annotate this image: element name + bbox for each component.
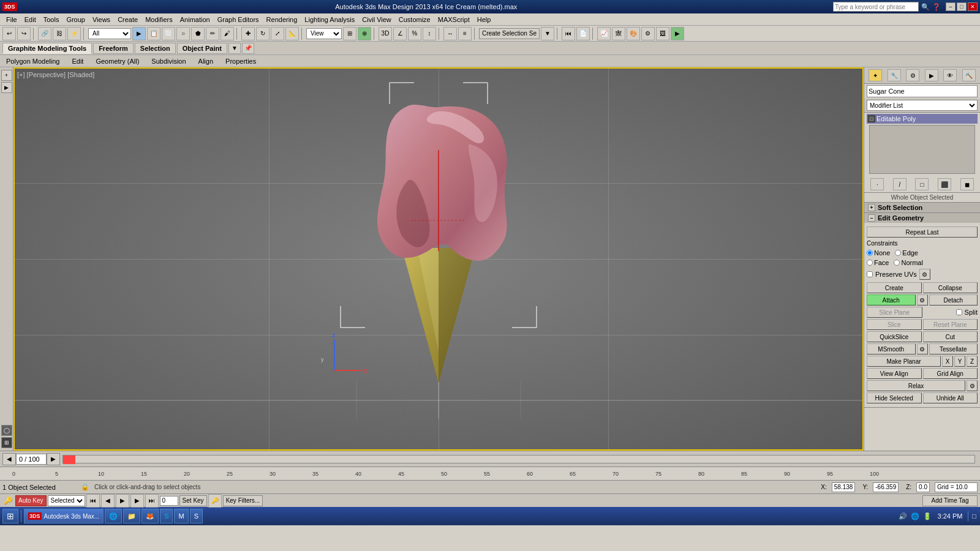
quickslice-button[interactable]: QuickSlice (867, 331, 922, 342)
relax-settings-button[interactable]: ⚙ (967, 380, 978, 391)
poly-mode-button[interactable]: ⬛ (938, 178, 951, 190)
create-geom-button[interactable]: ▶ (1, 82, 12, 93)
taskbar-explorer-button[interactable]: 📁 (123, 509, 140, 523)
select-rotate-button[interactable]: ↻ (256, 27, 270, 40)
attach-button[interactable]: Attach (867, 294, 916, 305)
tab-freeform[interactable]: Freeform (93, 43, 134, 54)
setkey-button[interactable]: Set Key (179, 495, 207, 506)
taskbar-firefox-button[interactable]: 🦊 (141, 509, 159, 523)
make-planar-z-button[interactable]: Z (967, 356, 978, 367)
menu-rendering[interactable]: Rendering (263, 15, 301, 24)
msmooth-settings-button[interactable]: ⚙ (917, 343, 928, 354)
tray-icon-volume[interactable]: 🌐 (910, 511, 920, 521)
menu-lighting[interactable]: Lighting Analysis (301, 15, 358, 24)
object-name-input[interactable] (867, 85, 978, 97)
make-planar-y-button[interactable]: Y (954, 356, 965, 367)
circ-select-button[interactable]: ○ (176, 27, 190, 40)
mirror-button[interactable]: ↔ (443, 27, 457, 40)
constraint-none[interactable]: None (867, 249, 890, 257)
sub-polygon-modeling[interactable]: Polygon Modeling (2, 57, 63, 66)
menu-animation[interactable]: Animation (176, 15, 214, 24)
next-frame-button[interactable]: ▶ (130, 494, 144, 508)
sub-align[interactable]: Align (195, 57, 217, 66)
menu-civil[interactable]: Civil View (358, 15, 394, 24)
show-desktop-button[interactable]: □ (968, 511, 978, 521)
edit-geometry-header[interactable]: – Edit Geometry (864, 213, 980, 223)
play-button[interactable]: ▶ (116, 494, 129, 508)
menu-group[interactable]: Group (62, 15, 89, 24)
unhide-all-button[interactable]: Unhide All (923, 392, 978, 403)
taskbar-ie-button[interactable]: 🌐 (105, 509, 122, 523)
menu-edit[interactable]: Edit (21, 15, 40, 24)
sub-geometry-all[interactable]: Geometry (All) (92, 57, 143, 66)
close-button[interactable]: ✕ (968, 2, 978, 11)
zoom-button[interactable]: ⊞ (1, 437, 12, 448)
pan-button[interactable]: ◯ (1, 425, 12, 436)
timeline-thumb[interactable] (63, 455, 75, 464)
relax-button[interactable]: Relax (867, 380, 965, 391)
panel-motion-icon[interactable]: ▶ (925, 69, 938, 81)
element-mode-button[interactable]: ◼ (960, 178, 974, 190)
spinner-snap-button[interactable]: ↕ (423, 27, 436, 40)
border-mode-button[interactable]: □ (915, 178, 929, 190)
curve-editor-button[interactable]: 📈 (597, 27, 611, 40)
select-by-name-button[interactable]: 📋 (147, 27, 160, 40)
layer-button[interactable]: 📄 (576, 27, 590, 40)
taskbar-3dsmax-button[interactable]: 3DS Autodesk 3ds Max... (24, 509, 104, 523)
menu-file[interactable]: File (2, 15, 21, 24)
menu-tools[interactable]: Tools (40, 15, 63, 24)
menu-maxscript[interactable]: MAXScript (434, 15, 473, 24)
timeline-slider[interactable] (62, 455, 975, 463)
fence-select-button[interactable]: ⬟ (191, 27, 205, 40)
collapse-button[interactable]: Collapse (923, 282, 978, 293)
select-move-button[interactable]: ✚ (241, 27, 255, 40)
autokey-button[interactable]: Auto Key (15, 495, 47, 506)
tab-graphite-modeling[interactable]: Graphite Modeling Tools (2, 43, 92, 54)
title-search-input[interactable] (833, 2, 919, 12)
constraint-edge[interactable]: Edge (895, 249, 918, 257)
setkey-filters-button[interactable]: 🔑 (208, 494, 222, 508)
preserve-uvs-settings-button[interactable]: ⚙ (919, 269, 930, 280)
schematic-button[interactable]: 🕸 (612, 27, 625, 40)
panel-create-icon[interactable]: ✦ (869, 69, 882, 81)
selected-dropdown[interactable]: Selected (48, 495, 85, 506)
graphite-pin-button[interactable]: 📌 (242, 43, 254, 54)
sub-edit[interactable]: Edit (68, 57, 87, 66)
view-select[interactable]: View World Screen Local Parent (306, 28, 342, 39)
axis-button[interactable]: ⊕ (358, 27, 371, 40)
split-check[interactable] (956, 309, 962, 315)
render-setup-button[interactable]: ⚙ (641, 27, 655, 40)
select-scale-button[interactable]: ⤢ (271, 27, 284, 40)
create-button[interactable]: Create (867, 282, 922, 293)
render-button[interactable]: ▶ (671, 27, 684, 40)
add-time-tag-button[interactable]: Add Time Tag (922, 495, 978, 506)
maximize-button[interactable]: □ (957, 2, 967, 11)
panel-modify-icon[interactable]: 🔧 (888, 69, 901, 81)
link-button[interactable]: 🔗 (38, 27, 51, 40)
view-align-button[interactable]: View Align (867, 368, 922, 379)
soft-selection-header[interactable]: + Soft Selection (864, 203, 980, 212)
edit-geometry-expand[interactable]: – (868, 214, 875, 222)
angle-snap-button[interactable]: ∠ (393, 27, 407, 40)
tessellate-button[interactable]: Tessellate (929, 343, 978, 354)
lasso-select-button[interactable]: ✏ (206, 27, 219, 40)
taskbar-app-button[interactable]: M (174, 509, 188, 523)
align-button[interactable]: ≡ (458, 27, 472, 40)
material-editor-button[interactable]: 🎨 (627, 27, 640, 40)
vertex-mode-button[interactable]: · (870, 178, 884, 190)
tab-object-paint[interactable]: Object Paint (177, 43, 227, 54)
undo-button[interactable]: ↩ (2, 27, 16, 40)
create-selection-button[interactable]: Create Selection Se (479, 28, 540, 39)
modifier-editable-poly[interactable]: □ Editable Poly (867, 114, 978, 124)
soft-selection-expand[interactable]: + (868, 204, 875, 211)
hide-selected-button[interactable]: Hide Selected (867, 392, 922, 403)
panel-display-icon[interactable]: 👁 (943, 69, 957, 81)
taskbar-skype-button[interactable]: S (160, 509, 173, 523)
search-icon[interactable]: 🔍 (921, 3, 930, 11)
timeline-right-button[interactable]: ▶ (47, 453, 60, 465)
grid-align-button[interactable]: Grid Align (923, 368, 978, 379)
help-icon[interactable]: ❓ (932, 3, 941, 11)
rect-select-button[interactable]: ⬜ (162, 27, 175, 40)
repeat-last-button[interactable]: Repeat Last (867, 227, 978, 238)
reset-plane-button[interactable]: Reset Plane (923, 319, 978, 330)
